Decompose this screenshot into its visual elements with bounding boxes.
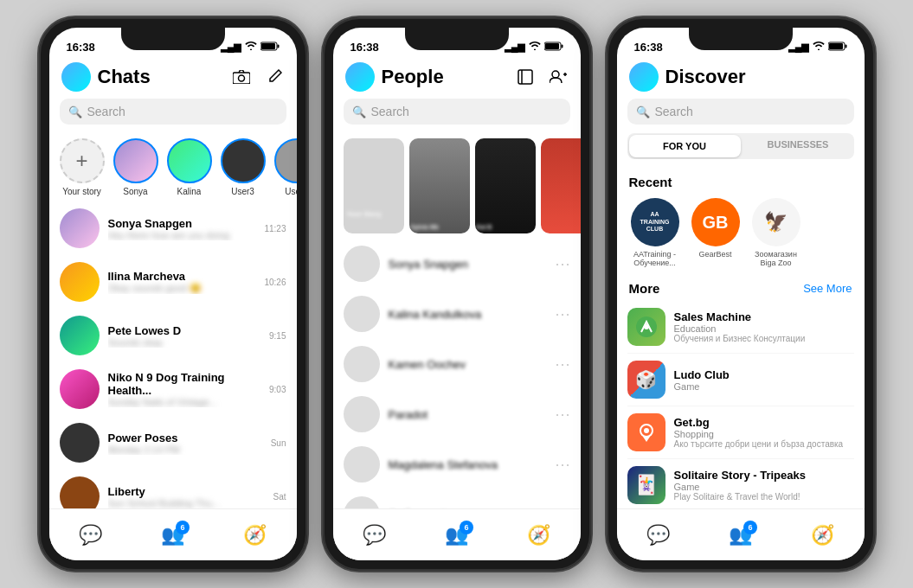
header-icons-1 bbox=[231, 67, 285, 87]
more-item-3[interactable]: 🃏 Solitaire Story - Tripeaks Game Play S… bbox=[627, 459, 854, 512]
contacts-icon[interactable] bbox=[515, 67, 536, 87]
story-avatar-1[interactable] bbox=[113, 138, 158, 183]
tab-people-3[interactable]: 👥 6 bbox=[729, 524, 752, 546]
add-person-icon[interactable] bbox=[548, 67, 569, 87]
more-item-2[interactable]: Get.bg Shopping Ако търсите добри цени и… bbox=[627, 406, 854, 459]
story-3[interactable]: User3 bbox=[221, 138, 266, 196]
chat-meta-4: Sun bbox=[271, 438, 286, 448]
recent-item-1[interactable]: GB GearBest bbox=[691, 198, 740, 267]
chats-header: Chats bbox=[49, 59, 297, 99]
discover-search[interactable]: 🔍 Search bbox=[627, 99, 854, 125]
chat-item-3[interactable]: Niko N 9 Dog Training Health... Sunday N… bbox=[49, 362, 297, 416]
tab-bar-2: 💬 👥 6 🧭 bbox=[333, 508, 581, 560]
aa-logo: AATRAININGCLUB bbox=[631, 198, 679, 246]
segment-control: FOR YOU BUSINESSES bbox=[627, 133, 854, 159]
tab-discover-2[interactable]: 🧭 bbox=[527, 524, 550, 546]
story-name-1: Sonya bbox=[123, 187, 147, 196]
user-avatar-1[interactable] bbox=[61, 62, 91, 92]
recent-item-2[interactable]: 🦅 Зоомагазин Biga Zoo bbox=[750, 198, 802, 267]
recent-name-0: AATraining - Обучение... bbox=[629, 250, 681, 267]
user-avatar-2[interactable] bbox=[345, 62, 375, 92]
story-card-1[interactable]: Sylvia Mb bbox=[409, 138, 470, 233]
story-4[interactable]: User4 bbox=[274, 138, 297, 196]
people-item-2[interactable]: Kamen Oochev ⋯ bbox=[333, 339, 581, 389]
discover-tab-icon-2: 🧭 bbox=[527, 524, 550, 546]
story-card-0[interactable]: Your Story bbox=[344, 138, 404, 233]
tab-people-1[interactable]: 👥 6 bbox=[161, 524, 184, 546]
people-item-3[interactable]: Paradot ⋯ bbox=[333, 389, 581, 439]
story-add[interactable]: + Your story bbox=[60, 138, 105, 196]
people-action-4[interactable]: ⋯ bbox=[555, 455, 570, 474]
recent-item-0[interactable]: AATRAININGCLUB AATraining - Обучение... bbox=[629, 198, 681, 267]
battery-icon-2 bbox=[544, 42, 563, 53]
story-card-2[interactable]: Kai B bbox=[475, 138, 536, 233]
signal-icon-1: ▂▄▆ bbox=[221, 42, 241, 53]
sales-category: Education bbox=[674, 323, 854, 334]
search-placeholder-1: Search bbox=[87, 105, 125, 118]
people-action-1[interactable]: ⋯ bbox=[555, 304, 570, 323]
story-2[interactable]: Kalina bbox=[167, 138, 212, 196]
user-avatar-3[interactable] bbox=[629, 62, 659, 92]
compose-icon[interactable] bbox=[264, 67, 285, 87]
story-1[interactable]: Sonya bbox=[113, 138, 158, 196]
chat-meta-5: Sat bbox=[273, 492, 286, 502]
tab-chats-3[interactable]: 💬 bbox=[646, 524, 670, 546]
story-name-2: Kalina bbox=[177, 187, 202, 196]
svg-point-10 bbox=[552, 71, 559, 78]
svg-rect-7 bbox=[545, 43, 559, 49]
tab-people-2[interactable]: 👥 6 bbox=[445, 524, 468, 546]
chat-tab-icon-1: 💬 bbox=[79, 524, 102, 546]
chat-item-2[interactable]: Pete Lowes D Sounds okay 9:15 bbox=[49, 309, 297, 362]
tab-chats-2[interactable]: 💬 bbox=[363, 524, 386, 546]
people-action-2[interactable]: ⋯ bbox=[555, 355, 570, 374]
recent-name-2: Зоомагазин Biga Zoo bbox=[750, 250, 802, 267]
add-story-btn[interactable]: + bbox=[60, 138, 105, 183]
discover-title: Discover bbox=[665, 66, 852, 88]
chats-search[interactable]: 🔍 Search bbox=[60, 99, 286, 125]
solitaire-info: Solitaire Story - Tripeaks Game Play Sol… bbox=[674, 469, 854, 502]
people-avatar-2 bbox=[344, 346, 380, 382]
tab-discover-1[interactable]: 🧭 bbox=[243, 524, 267, 546]
see-more-btn[interactable]: See More bbox=[803, 282, 852, 295]
story-avatar-4[interactable] bbox=[274, 138, 297, 183]
story-avatar-2[interactable] bbox=[167, 138, 212, 183]
people-avatar-0 bbox=[344, 246, 380, 282]
chat-tab-icon-3: 💬 bbox=[646, 524, 670, 546]
story-avatar-3[interactable] bbox=[221, 138, 266, 183]
status-time-2: 16:38 bbox=[350, 41, 379, 54]
chat-time-0: 11:23 bbox=[264, 224, 286, 233]
more-item-1[interactable]: 🎲 Ludo Club Game bbox=[627, 354, 854, 406]
people-name-1: Kalina Kandulkova bbox=[389, 308, 482, 321]
people-action-3[interactable]: ⋯ bbox=[555, 405, 570, 424]
svg-rect-3 bbox=[233, 73, 250, 84]
phone-people: 16:38 ▂▄▆ People bbox=[323, 17, 591, 571]
story-name-3: User3 bbox=[231, 187, 254, 196]
chat-item-4[interactable]: Power Poses Monday 2:14 PM Sun bbox=[49, 416, 297, 470]
camera-icon[interactable] bbox=[231, 67, 252, 87]
chat-item-0[interactable]: Sonya Snapgen Hey there how are you doin… bbox=[49, 201, 297, 255]
people-search[interactable]: 🔍 Search bbox=[344, 99, 570, 125]
discover-header: Discover bbox=[617, 59, 865, 99]
chat-time-1: 10:26 bbox=[264, 278, 286, 287]
chat-time-2: 9:15 bbox=[269, 331, 286, 341]
search-placeholder-2: Search bbox=[371, 105, 409, 118]
tab-discover-3[interactable]: 🧭 bbox=[811, 524, 834, 546]
segment-businesses[interactable]: BUSINESSES bbox=[743, 133, 854, 159]
segment-for-you[interactable]: FOR YOU bbox=[629, 135, 741, 157]
people-item-0[interactable]: Sonya Snapgen ⋯ bbox=[333, 239, 581, 289]
getbg-name: Get.bg bbox=[674, 416, 854, 429]
people-item-4[interactable]: Magdalena Stefanova ⋯ bbox=[333, 439, 581, 489]
search-icon-2: 🔍 bbox=[352, 105, 366, 118]
tab-bar-3: 💬 👥 6 🧭 bbox=[617, 508, 865, 560]
chat-preview-5: Sun School Building Thu... bbox=[108, 498, 265, 508]
chat-item-1[interactable]: Ilina Marcheva Okay sounds good 😊 10:26 bbox=[49, 255, 297, 309]
people-action-0[interactable]: ⋯ bbox=[555, 254, 570, 273]
solitaire-name: Solitaire Story - Tripeaks bbox=[674, 469, 854, 482]
tab-bar-1: 💬 👥 6 🧭 bbox=[49, 508, 297, 560]
chat-avatar-4 bbox=[60, 423, 100, 463]
people-item-1[interactable]: Kalina Kandulkova ⋯ bbox=[333, 289, 581, 339]
story-card-3[interactable] bbox=[541, 138, 581, 233]
chat-name-1: Ilina Marcheva bbox=[108, 270, 256, 283]
tab-chats-1[interactable]: 💬 bbox=[79, 524, 102, 546]
more-item-0[interactable]: Sales Machine Education Обучения и Бизне… bbox=[627, 301, 854, 354]
